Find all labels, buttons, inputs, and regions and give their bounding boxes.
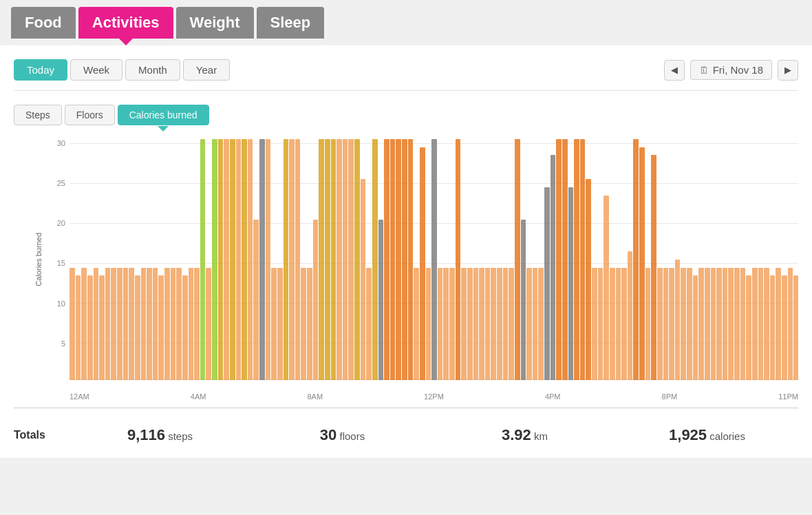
chart-bar: [628, 251, 633, 380]
chart-bar: [271, 268, 277, 380]
chart-bar: [354, 139, 360, 380]
floors-value: 30: [320, 426, 336, 443]
chart-bar: [515, 139, 520, 380]
chart-tab-calories[interactable]: Calories burned: [118, 105, 209, 125]
chart-bar: [259, 139, 265, 380]
chart-bar: [770, 275, 776, 380]
chart-bar: [171, 268, 176, 380]
chart-bar: [307, 268, 312, 380]
top-navigation: Food Activities Weight Sleep: [0, 0, 812, 39]
chart-bar: [616, 268, 621, 380]
chart-bar: [212, 139, 217, 380]
chart-bar: [728, 268, 734, 380]
chart-bar: [295, 139, 301, 380]
chart-bar: [176, 268, 182, 380]
chart-bar: [491, 268, 496, 380]
chart-bar: [705, 268, 710, 380]
chart-bar: [378, 220, 384, 380]
chart-bar: [716, 268, 722, 380]
chart-bar: [449, 268, 455, 380]
chart-bar: [764, 268, 769, 380]
chart-bar: [206, 268, 211, 380]
chart-bar: [687, 268, 692, 380]
period-week[interactable]: Week: [70, 59, 122, 81]
chart-bar: [224, 139, 229, 380]
chart-bar: [420, 147, 425, 380]
chart-bar: [87, 275, 93, 380]
chart-bar: [313, 220, 319, 380]
chart-bar: [639, 147, 645, 380]
chart-bar: [242, 139, 247, 380]
tab-food[interactable]: Food: [11, 7, 76, 39]
x-label-8am: 8AM: [307, 392, 323, 401]
chart-bar: [598, 268, 603, 380]
chart-bar: [509, 268, 514, 380]
chart-bar: [408, 139, 414, 380]
tab-sleep[interactable]: Sleep: [257, 7, 325, 39]
x-label-12pm: 12PM: [424, 392, 444, 401]
chart-bar: [396, 139, 401, 380]
chart-bar: [253, 220, 259, 380]
chart-bar: [414, 268, 419, 380]
chart-bar: [289, 139, 295, 380]
chart-bar: [669, 268, 674, 380]
prev-date-button[interactable]: ◀: [664, 60, 685, 81]
tab-weight[interactable]: Weight: [176, 7, 254, 39]
chart-bar: [758, 268, 764, 380]
chart-tab-steps[interactable]: Steps: [14, 105, 62, 125]
chart-bar: [99, 275, 105, 380]
chart-bar: [633, 139, 639, 380]
total-calories: 1,925 calories: [616, 426, 798, 444]
calendar-icon: 🗓: [699, 65, 709, 76]
chart-bar: [693, 275, 698, 380]
period-tabs: Today Week Month Year: [14, 59, 230, 81]
chart-bar: [621, 268, 627, 380]
tab-activities[interactable]: Activities: [78, 7, 173, 39]
chart-bar: [485, 268, 491, 380]
steps-value: 9,116: [127, 426, 165, 443]
chart-bar: [164, 268, 170, 380]
chart-bar: [336, 139, 342, 380]
chart-tab-bar: Steps Floors Calories burned: [14, 105, 798, 125]
chart-container: Calories burned 30 25 20 15 10 5 12AM 4A…: [14, 139, 798, 401]
date-text: Fri, Nov 18: [713, 64, 763, 76]
date-display[interactable]: 🗓 Fri, Nov 18: [690, 60, 772, 80]
chart-bar: [76, 275, 81, 380]
chart-bar: [681, 268, 686, 380]
total-floors: 30 floors: [251, 426, 434, 444]
x-label-12am: 12AM: [70, 392, 89, 401]
period-bar: Today Week Month Year ◀ 🗓 Fri, Nov 18 ▶: [14, 59, 798, 91]
chart-bar: [189, 268, 194, 380]
chart-bar: [331, 139, 336, 380]
chart-bar: [266, 139, 271, 380]
chart-divider: [14, 408, 798, 408]
y-axis-label: Calories burned: [34, 233, 43, 286]
chart-bars: [70, 139, 798, 380]
chart-bar: [556, 139, 562, 380]
period-month[interactable]: Month: [125, 59, 180, 81]
chart-bar: [776, 268, 781, 380]
chart-bar: [158, 275, 164, 380]
chart-bar: [236, 139, 242, 380]
chart-bar: [348, 139, 354, 380]
chart-bar: [194, 268, 200, 380]
chart-bar: [782, 275, 787, 380]
chart-bar: [70, 268, 75, 380]
main-content: Today Week Month Year ◀ 🗓 Fri, Nov 18 ▶ …: [0, 45, 812, 458]
period-today[interactable]: Today: [14, 59, 67, 81]
chart-bar: [610, 268, 615, 380]
chart-bar: [153, 268, 158, 380]
chart-bar: [723, 268, 728, 380]
x-label-4am: 4AM: [191, 392, 206, 401]
x-label-8pm: 8PM: [662, 392, 678, 401]
period-year[interactable]: Year: [183, 59, 230, 81]
chart-tab-floors[interactable]: Floors: [65, 105, 115, 125]
chart-bar: [277, 268, 283, 380]
y-tick-20: 20: [48, 219, 65, 227]
chart-bar: [663, 268, 669, 380]
next-date-button[interactable]: ▶: [778, 60, 798, 81]
chart-bar: [94, 268, 99, 380]
x-label-11pm: 11PM: [778, 392, 798, 401]
chart-bar: [390, 139, 396, 380]
chart-bar: [551, 155, 556, 380]
